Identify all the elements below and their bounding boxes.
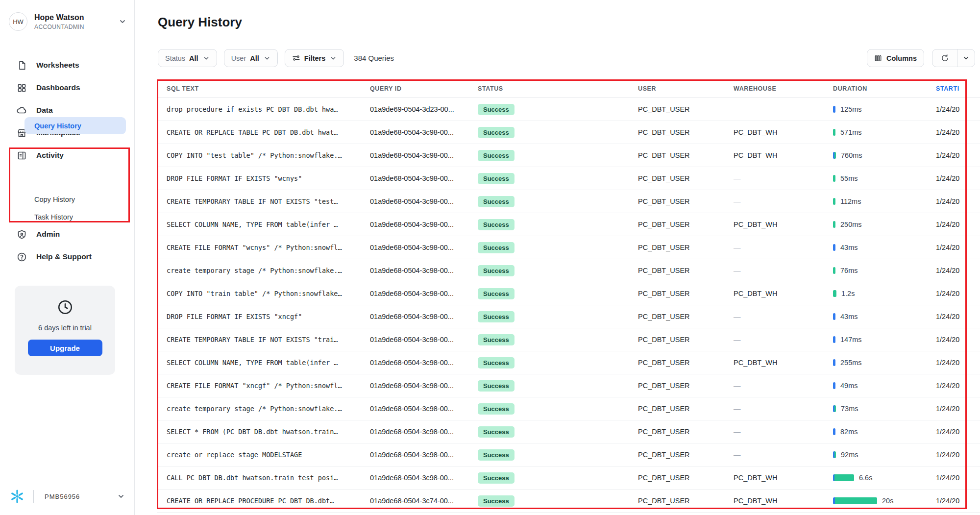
sidebar-item-label: Task History — [34, 213, 73, 221]
refresh-button[interactable] — [932, 49, 957, 67]
query-id-cell: 01a9de68-0504-3c98-00... — [370, 359, 478, 367]
table-row[interactable]: COPY INTO "train_table" /* Python:snowfl… — [157, 282, 980, 305]
duration-label: 82ms — [840, 428, 858, 436]
start-time-cell: 1/24/20 — [936, 336, 980, 343]
start-time-cell: 1/24/20 — [936, 451, 980, 459]
filter-toolbar: Status All User All Filters — [158, 49, 394, 67]
sql-text-cell: COPY INTO "train_table" /* Python:snowfl… — [167, 290, 370, 297]
duration-cell: 6.6s — [833, 474, 936, 482]
query-id-cell: 01a9de68-0504-3c98-00... — [370, 382, 478, 390]
status-badge: Success — [478, 403, 514, 415]
warehouse-cell: — — [734, 313, 833, 320]
table-row[interactable]: DROP FILE FORMAT IF EXISTS "xncgf" 01a9d… — [157, 305, 980, 328]
table-row[interactable]: create or replace stage MODELSTAGE 01a9d… — [157, 443, 980, 466]
column-header-query-id[interactable]: QUERY ID — [370, 85, 478, 92]
status-cell: Success — [478, 173, 638, 184]
columns-button[interactable]: Columns — [867, 49, 924, 67]
column-header-status[interactable]: STATUS — [478, 85, 638, 92]
duration-bar — [833, 198, 835, 205]
column-header-sql-text[interactable]: SQL TEXT — [167, 85, 370, 92]
user-cell: PC_DBT_USER — [638, 151, 734, 159]
user-cell: PC_DBT_USER — [638, 197, 734, 205]
warehouse-cell: PC_DBT_WH — [734, 221, 833, 228]
sidebar-item-label: Data — [36, 106, 53, 115]
user-role: ACCOUNTADMIN — [34, 24, 119, 30]
duration-cell: 55ms — [833, 174, 936, 182]
duration-cell: 76ms — [833, 267, 936, 274]
sidebar-item-label: Help & Support — [36, 252, 92, 261]
status-cell: Success — [478, 288, 638, 299]
user-filter[interactable]: User All — [224, 49, 278, 67]
table-row[interactable]: CREATE FILE FORMAT "xncgf" /* Python:sno… — [157, 374, 980, 397]
duration-cell: 20s — [833, 497, 936, 505]
duration-label: 73ms — [841, 405, 858, 413]
account-id: PMB56956 — [45, 493, 117, 500]
column-header-duration[interactable]: DURATION — [833, 85, 936, 92]
table-row[interactable]: create temporary stage /* Python:snowfla… — [157, 259, 980, 282]
table-row[interactable]: COPY INTO "test_table" /* Python:snowfla… — [157, 144, 980, 167]
duration-bar — [833, 428, 835, 435]
sql-text-cell: CREATE FILE FORMAT "wcnys" /* Python:sno… — [167, 244, 370, 251]
column-header-user[interactable]: USER — [638, 85, 734, 92]
table-row[interactable]: DROP FILE FORMAT IF EXISTS "wcnys" 01a9d… — [157, 167, 980, 190]
table-row[interactable]: CREATE TEMPORARY TABLE IF NOT EXISTS "tr… — [157, 328, 980, 351]
table-row[interactable]: SELECT * FROM (PC_DBT_DB.dbt_hwatson.tra… — [157, 420, 980, 443]
table-row[interactable]: drop procedure if exists PC_DBT_DB.dbt_h… — [157, 98, 980, 121]
start-time-cell: 1/24/20 — [936, 313, 980, 320]
query-id-cell: 01a9de68-0504-3c98-00... — [370, 405, 478, 413]
chevron-down-icon — [203, 55, 210, 62]
table-row[interactable]: CREATE TEMPORARY TABLE IF NOT EXISTS "te… — [157, 190, 980, 213]
duration-cell: 43ms — [833, 244, 936, 251]
status-filter[interactable]: Status All — [158, 49, 217, 67]
column-header-warehouse[interactable]: WAREHOUSE — [734, 85, 833, 92]
filters-dropdown[interactable]: Filters — [285, 49, 344, 67]
query-id-cell: 01a9de68-0504-3c74-00... — [370, 497, 478, 505]
upgrade-button[interactable]: Upgrade — [28, 340, 102, 356]
duration-label: 6.6s — [859, 474, 872, 482]
start-time-cell: 1/24/20 — [936, 221, 980, 228]
user-menu[interactable]: HW Hope Watson ACCOUNTADMIN — [9, 10, 126, 33]
help-icon — [16, 252, 27, 262]
sidebar-item-help-support[interactable]: Help & Support — [0, 245, 135, 268]
status-badge: Success — [478, 219, 514, 230]
table-row[interactable]: CREATE OR REPLACE PROCEDURE PC_DBT_DB.db… — [157, 490, 980, 513]
status-badge: Success — [478, 173, 514, 184]
sql-text-cell: CREATE OR REPLACE TABLE PC_DBT_DB.dbt_hw… — [167, 128, 370, 136]
filters-label: Filters — [304, 54, 326, 62]
duration-bar — [833, 175, 835, 182]
sql-text-cell: CREATE OR REPLACE PROCEDURE PC_DBT_DB.db… — [167, 497, 370, 505]
sidebar-item-dashboards[interactable]: Dashboards — [0, 76, 135, 99]
start-time-cell: 1/24/20 — [936, 105, 980, 113]
duration-cell: 73ms — [833, 405, 936, 413]
status-filter-label: Status — [165, 54, 185, 62]
query-history-table: SQL TEXT QUERY ID STATUS USER WAREHOUSE … — [157, 80, 980, 515]
account-selector[interactable]: PMB56956 — [10, 486, 125, 507]
clock-icon — [15, 298, 115, 316]
table-row[interactable]: CREATE OR REPLACE TABLE PC_DBT_DB.dbt_hw… — [157, 121, 980, 144]
table-row[interactable]: SELECT COLUMN_NAME, TYPE FROM table(infe… — [157, 351, 980, 374]
start-time-cell: 1/24/20 — [936, 290, 980, 297]
table-row[interactable]: CREATE FILE FORMAT "wcnys" /* Python:sno… — [157, 236, 980, 259]
sql-text-cell: create or replace stage MODELSTAGE — [167, 451, 370, 459]
refresh-options-button[interactable] — [957, 49, 975, 67]
column-header-start-time[interactable]: STARTI — [936, 85, 980, 92]
warehouse-cell: — — [734, 336, 833, 343]
table-header-row: SQL TEXT QUERY ID STATUS USER WAREHOUSE … — [157, 80, 980, 98]
sidebar-item-admin[interactable]: Admin — [0, 223, 135, 245]
sidebar-item-copy-history[interactable]: Copy History — [24, 191, 126, 208]
status-badge: Success — [478, 104, 514, 115]
query-id-cell: 01a9de68-0504-3c98-00... — [370, 128, 478, 136]
table-row[interactable]: create temporary stage /* Python:snowfla… — [157, 397, 980, 420]
table-row[interactable]: SELECT COLUMN_NAME, TYPE FROM table(infe… — [157, 213, 980, 236]
sidebar-item-query-history[interactable]: Query History — [24, 117, 126, 134]
sidebar-item-worksheets[interactable]: Worksheets — [0, 54, 135, 76]
status-cell: Success — [478, 265, 638, 276]
duration-label: 55ms — [840, 174, 858, 182]
sidebar-item-activity[interactable]: Activity — [0, 144, 135, 167]
status-badge: Success — [478, 288, 514, 299]
user-cell: PC_DBT_USER — [638, 221, 734, 228]
table-row[interactable]: CALL PC_DBT_DB.dbt_hwatson.train_test_po… — [157, 466, 980, 490]
duration-bar — [833, 497, 877, 504]
trial-card: 6 days left in trial Upgrade — [15, 286, 115, 375]
start-time-cell: 1/24/20 — [936, 428, 980, 436]
